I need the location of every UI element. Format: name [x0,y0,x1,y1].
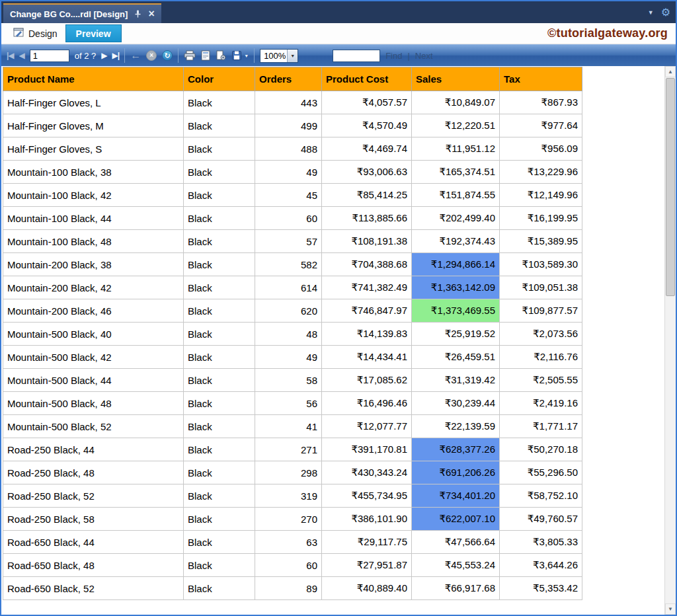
cell-tax: ₹2,116.76 [500,346,582,369]
cell-orders: 60 [255,207,322,230]
find-button[interactable]: Find [385,51,402,61]
cell-sales: ₹1,373,469.55 [412,299,500,323]
cell-color: Black [184,554,255,577]
stop-button[interactable]: × [146,50,157,61]
cell-product: Half-Finger Gloves, M [3,114,184,137]
cell-cost: ₹113,885.66 [322,207,412,230]
cell-tax: ₹58,752.10 [500,484,582,508]
cell-color: Black [184,531,255,554]
report-table: Product NameColorOrdersProduct CostSales… [3,67,582,600]
previous-page-button[interactable]: ◀ [19,51,24,60]
last-page-button[interactable]: ▶| [112,51,120,60]
cell-cost: ₹85,414.25 [322,184,412,207]
table-row: Half-Finger Gloves, MBlack499₹4,570.49₹1… [3,114,582,137]
cell-cost: ₹4,057.57 [322,91,412,114]
close-icon[interactable]: × [148,9,154,19]
mode-tabs: Design Preview [5,23,122,44]
cell-cost: ₹746,847.97 [322,299,412,323]
cell-orders: 49 [255,161,322,184]
zoom-select[interactable]: 100% ▼ [260,49,298,63]
scroll-up-button[interactable]: ▲ [665,66,676,77]
document-tab-bar: Change BG Co....rdl [Design] × ▼ ⚙ [1,1,676,23]
next-page-button[interactable]: ▶ [101,51,106,60]
cell-product: Half-Finger Gloves, L [3,91,184,114]
table-row: Mountain-100 Black, 44Black60₹113,885.66… [3,207,582,230]
cell-product: Half-Finger Gloves, S [3,137,184,161]
cell-color: Black [184,508,255,531]
cell-orders: 58 [255,369,322,392]
zoom-dropdown-icon[interactable]: ▼ [287,50,298,62]
chevron-down-icon[interactable]: ▼ [648,9,654,16]
cell-color: Black [184,577,255,600]
cell-tax: ₹16,199.95 [500,207,582,230]
export-button[interactable]: ▼ [231,50,249,61]
print-layout-button[interactable] [201,50,210,61]
cell-product: Mountain-500 Black, 52 [3,415,184,438]
cell-cost: ₹12,077.77 [322,415,412,438]
table-row: Road-650 Black, 48Black60₹27,951.87₹45,5… [3,554,582,577]
cell-orders: 620 [255,299,322,323]
export-save-icon [231,50,242,61]
back-button[interactable]: ← [130,50,141,61]
cell-color: Black [184,114,255,137]
cell-tax: ₹13,229.96 [500,161,582,184]
table-row: Half-Finger Gloves, SBlack488₹4,469.74₹1… [3,137,582,161]
tab-bar-controls: ▼ ⚙ [648,1,670,23]
scroll-down-button[interactable]: ▼ [665,603,676,615]
cell-product: Mountain-500 Black, 44 [3,369,184,392]
print-button[interactable] [184,50,196,61]
refresh-button[interactable]: ↻ [162,50,173,61]
cell-tax: ₹55,296.50 [500,461,582,484]
refresh-icon: ↻ [165,52,171,59]
cell-tax: ₹50,270.18 [500,438,582,461]
table-row: Mountain-500 Black, 48Black56₹16,496.46₹… [3,392,582,415]
document-tab[interactable]: Change BG Co....rdl [Design] × [3,3,161,23]
cell-tax: ₹867.93 [500,91,582,114]
cell-product: Mountain-200 Black, 46 [3,299,184,323]
cell-orders: 60 [255,554,322,577]
cell-cost: ₹93,006.63 [322,161,412,184]
cell-color: Black [184,392,255,415]
cell-color: Black [184,369,255,392]
cell-product: Mountain-500 Black, 42 [3,346,184,369]
cell-orders: 270 [255,508,322,531]
cell-color: Black [184,207,255,230]
zoom-value: 100% [260,51,287,61]
cell-orders: 49 [255,346,322,369]
cell-orders: 582 [255,253,322,276]
tab-preview[interactable]: Preview [65,24,122,42]
cell-cost: ₹455,734.95 [322,484,412,508]
page-setup-button[interactable] [216,50,226,61]
table-header-row: Product NameColorOrdersProduct CostSales… [3,67,582,91]
table-row: Mountain-500 Black, 42Black49₹14,434.41₹… [3,346,582,369]
cell-cost: ₹29,117.75 [322,531,412,554]
cell-sales: ₹622,007.10 [412,508,500,531]
pin-icon[interactable] [134,10,141,18]
cell-orders: 57 [255,230,322,253]
find-next-separator: | [407,51,409,61]
tab-design[interactable]: Design [5,23,65,44]
cell-color: Black [184,184,255,207]
first-page-button[interactable]: |◀ [7,51,14,60]
cell-product: Road-250 Black, 52 [3,484,184,508]
cell-sales: ₹47,566.64 [412,531,500,554]
design-tab-label: Design [28,28,58,39]
table-row: Road-250 Black, 48Black298₹430,343.24₹69… [3,461,582,484]
mode-tab-bar: Design Preview ©tutorialgateway.org [1,23,676,44]
page-number-input[interactable] [30,50,69,62]
find-next-button[interactable]: Next [415,51,433,61]
find-input[interactable] [333,50,380,62]
scrollbar-thumb[interactable] [666,78,675,296]
cell-tax: ₹5,353.42 [500,577,582,600]
cell-orders: 45 [255,184,322,207]
brand-name: tutorialgateway.org [557,26,668,40]
cell-tax: ₹15,389.95 [500,230,582,253]
column-header: Product Name [3,67,184,91]
cell-sales: ₹66,917.68 [412,577,500,600]
cell-tax: ₹2,505.55 [500,369,582,392]
vertical-scrollbar[interactable]: ▲ ▼ [664,66,676,615]
cell-color: Black [184,415,255,438]
cell-orders: 271 [255,438,322,461]
cell-sales: ₹10,849.07 [412,91,500,114]
gear-icon[interactable]: ⚙ [661,6,670,19]
